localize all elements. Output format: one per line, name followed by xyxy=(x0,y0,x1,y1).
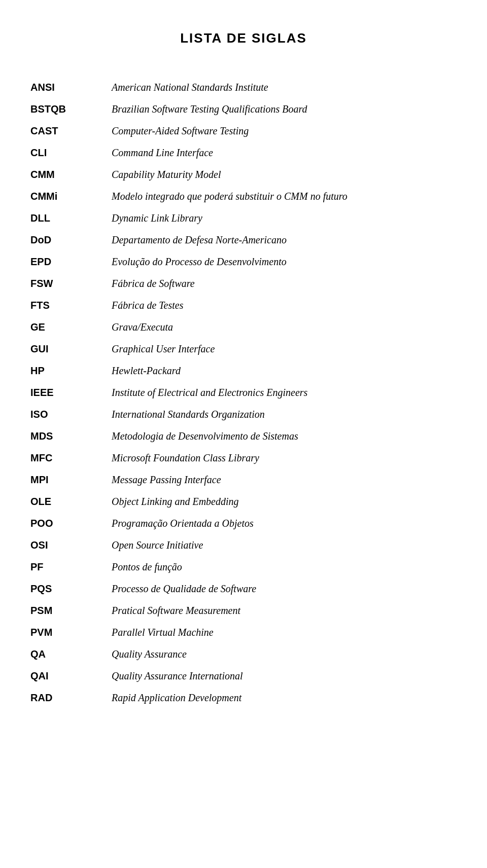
list-item: CASTComputer-Aided Software Testing xyxy=(30,120,457,142)
acronym-definition: Grava/Executa xyxy=(112,321,457,333)
acronym-definition: Quality Assurance International xyxy=(112,670,457,682)
list-item: HPHewlett-Packard xyxy=(30,360,457,382)
acronym-code: HP xyxy=(30,365,112,377)
acronym-definition: Rapid Application Development xyxy=(112,692,457,704)
acronym-definition: Hewlett-Packard xyxy=(112,365,457,377)
acronym-definition: Departamento de Defesa Norte-Americano xyxy=(112,234,457,246)
list-item: PVMParallel Virtual Machine xyxy=(30,622,457,643)
acronym-code: FTS xyxy=(30,300,112,311)
list-item: IEEEInstitute of Electrical and Electron… xyxy=(30,382,457,404)
list-item: FTSFábrica de Testes xyxy=(30,295,457,316)
acronym-code: DLL xyxy=(30,212,112,224)
acronym-definition: International Standards Organization xyxy=(112,409,457,420)
list-item: OLEObject Linking and Embedding xyxy=(30,491,457,513)
acronym-code: IEEE xyxy=(30,387,112,399)
list-item: MDSMetodologia de Desenvolvimento de Sis… xyxy=(30,425,457,447)
acronym-code: POO xyxy=(30,518,112,529)
acronym-definition: Pratical Software Measurement xyxy=(112,605,457,617)
acronym-definition: Brazilian Software Testing Qualification… xyxy=(112,103,457,115)
acronym-code: ISO xyxy=(30,409,112,420)
list-item: DLLDynamic Link Library xyxy=(30,207,457,229)
list-item: MFCMicrosoft Foundation Class Library xyxy=(30,447,457,469)
list-item: PSMPratical Software Measurement xyxy=(30,600,457,622)
acronym-definition: Microsoft Foundation Class Library xyxy=(112,452,457,464)
list-item: FSWFábrica de Software xyxy=(30,273,457,295)
list-item: ANSIAmerican National Standards Institut… xyxy=(30,77,457,98)
acronym-definition: Parallel Virtual Machine xyxy=(112,627,457,638)
list-item: CMMCapability Maturity Model xyxy=(30,164,457,186)
list-item: GEGrava/Executa xyxy=(30,316,457,338)
acronym-code: QAI xyxy=(30,670,112,682)
acronym-definition: Fábrica de Testes xyxy=(112,300,457,311)
list-item: QAQuality Assurance xyxy=(30,643,457,665)
page-title: LISTA DE SIGLAS xyxy=(30,30,457,46)
acronym-definition: American National Standards Institute xyxy=(112,82,457,93)
acronym-code: OLE xyxy=(30,496,112,508)
acronym-definition: Metodologia de Desenvolvimento de Sistem… xyxy=(112,430,457,442)
list-item: BSTQBBrazilian Software Testing Qualific… xyxy=(30,98,457,120)
list-item: CLICommand Line Interface xyxy=(30,142,457,164)
acronym-definition: Object Linking and Embedding xyxy=(112,496,457,508)
list-item: PFPontos de função xyxy=(30,556,457,578)
acronym-code: PF xyxy=(30,561,112,573)
acronym-definition: Open Source Initiative xyxy=(112,539,457,551)
acronym-code: CAST xyxy=(30,125,112,137)
list-item: DoDDepartamento de Defesa Norte-American… xyxy=(30,229,457,251)
acronym-definition: Pontos de função xyxy=(112,561,457,573)
acronym-definition: Graphical User Interface xyxy=(112,343,457,355)
acronym-code: BSTQB xyxy=(30,103,112,115)
acronym-list: ANSIAmerican National Standards Institut… xyxy=(30,77,457,709)
acronym-definition: Dynamic Link Library xyxy=(112,212,457,224)
acronym-code: CMMi xyxy=(30,191,112,202)
acronym-code: MPI xyxy=(30,474,112,486)
acronym-definition: Institute of Electrical and Electronics … xyxy=(112,387,457,399)
acronym-definition: Message Passing Interface xyxy=(112,474,457,486)
acronym-code: PSM xyxy=(30,605,112,617)
acronym-code: FSW xyxy=(30,278,112,290)
acronym-code: QA xyxy=(30,648,112,660)
list-item: MPIMessage Passing Interface xyxy=(30,469,457,491)
acronym-definition: Capability Maturity Model xyxy=(112,169,457,180)
list-item: CMMiModelo integrado que poderá substitu… xyxy=(30,186,457,207)
list-item: PQSProcesso de Qualidade de Software xyxy=(30,578,457,600)
acronym-code: OSI xyxy=(30,539,112,551)
list-item: EPDEvolução do Processo de Desenvolvimen… xyxy=(30,251,457,273)
acronym-definition: Computer-Aided Software Testing xyxy=(112,125,457,137)
list-item: GUIGraphical User Interface xyxy=(30,338,457,360)
acronym-code: GUI xyxy=(30,343,112,355)
acronym-code: ANSI xyxy=(30,82,112,93)
list-item: QAIQuality Assurance International xyxy=(30,665,457,687)
acronym-code: CMM xyxy=(30,169,112,180)
acronym-code: EPD xyxy=(30,256,112,268)
acronym-code: MFC xyxy=(30,452,112,464)
acronym-definition: Evolução do Processo de Desenvolvimento xyxy=(112,256,457,268)
acronym-definition: Quality Assurance xyxy=(112,648,457,660)
acronym-definition: Processo de Qualidade de Software xyxy=(112,583,457,595)
acronym-code: CLI xyxy=(30,147,112,159)
acronym-code: MDS xyxy=(30,430,112,442)
acronym-definition: Fábrica de Software xyxy=(112,278,457,290)
list-item: RADRapid Application Development xyxy=(30,687,457,709)
acronym-code: PQS xyxy=(30,583,112,595)
acronym-definition: Command Line Interface xyxy=(112,147,457,159)
acronym-code: RAD xyxy=(30,692,112,704)
list-item: ISOInternational Standards Organization xyxy=(30,404,457,425)
acronym-code: PVM xyxy=(30,627,112,638)
acronym-definition: Programação Orientada a Objetos xyxy=(112,518,457,529)
acronym-code: GE xyxy=(30,321,112,333)
list-item: OSIOpen Source Initiative xyxy=(30,534,457,556)
list-item: POOProgramação Orientada a Objetos xyxy=(30,513,457,534)
acronym-code: DoD xyxy=(30,234,112,246)
acronym-definition: Modelo integrado que poderá substituir o… xyxy=(112,191,457,202)
